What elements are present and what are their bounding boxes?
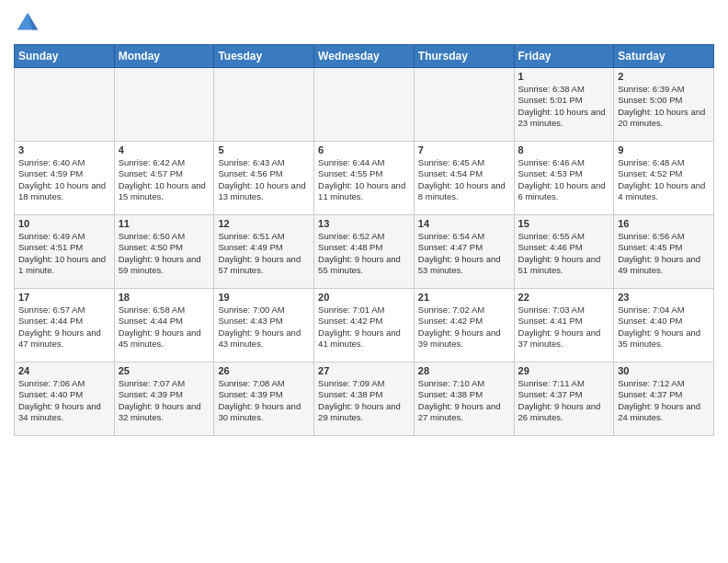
day-cell [314,68,415,142]
day-cell: 13Sunrise: 6:52 AMSunset: 4:48 PMDayligh… [314,215,415,289]
day-number: 25 [119,365,210,376]
day-info: Sunset: 4:48 PM [318,242,410,253]
week-row-3: 10Sunrise: 6:49 AMSunset: 4:51 PMDayligh… [15,215,714,289]
day-cell: 18Sunrise: 6:58 AMSunset: 4:44 PMDayligh… [114,289,214,362]
day-number: 4 [119,144,210,155]
day-info: Sunset: 4:55 PM [318,168,410,179]
day-info: Daylight: 10 hours and 11 minutes. [318,180,410,203]
day-info: Daylight: 9 hours and 26 minutes. [518,401,610,424]
day-cell: 24Sunrise: 7:06 AMSunset: 4:40 PMDayligh… [15,362,115,436]
day-cell: 19Sunrise: 7:00 AMSunset: 4:43 PMDayligh… [214,289,314,362]
day-info: Daylight: 10 hours and 20 minutes. [618,107,710,130]
day-info: Daylight: 9 hours and 32 minutes. [119,401,210,424]
day-info: Sunrise: 6:48 AM [618,157,710,168]
day-info: Sunrise: 6:38 AM [518,84,610,95]
day-info: Daylight: 10 hours and 8 minutes. [418,180,510,203]
day-info: Daylight: 9 hours and 37 minutes. [518,327,610,350]
day-info: Sunset: 4:43 PM [218,316,310,327]
day-info: Daylight: 9 hours and 24 minutes. [618,401,710,424]
day-info: Daylight: 9 hours and 53 minutes. [418,254,510,277]
day-info: Daylight: 9 hours and 45 minutes. [119,327,210,350]
day-info: Sunrise: 6:49 AM [18,231,110,242]
day-info: Daylight: 9 hours and 30 minutes. [218,401,310,424]
day-cell: 23Sunrise: 7:04 AMSunset: 4:40 PMDayligh… [614,289,714,362]
day-info: Sunset: 4:41 PM [518,316,610,327]
day-number: 21 [418,292,510,303]
header-cell-thursday: Thursday [414,45,514,68]
header-cell-friday: Friday [514,45,614,68]
day-number: 1 [518,71,610,82]
day-cell: 1Sunrise: 6:38 AMSunset: 5:01 PMDaylight… [514,68,614,142]
day-cell: 17Sunrise: 6:57 AMSunset: 4:44 PMDayligh… [15,289,115,362]
day-info: Daylight: 9 hours and 57 minutes. [218,254,310,277]
day-number: 28 [418,365,510,376]
day-number: 6 [318,144,410,155]
day-number: 19 [218,292,310,303]
day-info: Sunrise: 6:56 AM [618,231,710,242]
day-cell: 6Sunrise: 6:44 AMSunset: 4:55 PMDaylight… [314,142,415,215]
day-info: Daylight: 9 hours and 59 minutes. [119,254,210,277]
day-info: Daylight: 9 hours and 47 minutes. [18,327,110,350]
day-info: Sunrise: 6:46 AM [518,157,610,168]
day-number: 2 [618,71,710,82]
day-info: Daylight: 10 hours and 18 minutes. [18,180,110,203]
day-number: 30 [618,365,710,376]
header-cell-wednesday: Wednesday [314,45,415,68]
day-number: 22 [518,292,610,303]
week-row-5: 24Sunrise: 7:06 AMSunset: 4:40 PMDayligh… [15,362,714,436]
day-cell: 27Sunrise: 7:09 AMSunset: 4:38 PMDayligh… [314,362,415,436]
day-info: Sunset: 4:59 PM [18,168,110,179]
header-cell-tuesday: Tuesday [214,45,314,68]
day-cell: 7Sunrise: 6:45 AMSunset: 4:54 PMDaylight… [414,142,514,215]
day-info: Sunset: 4:46 PM [518,242,610,253]
calendar-table: SundayMondayTuesdayWednesdayThursdayFrid… [14,44,714,436]
week-row-2: 3Sunrise: 6:40 AMSunset: 4:59 PMDaylight… [15,142,714,215]
day-info: Sunrise: 6:52 AM [318,231,410,242]
day-cell: 20Sunrise: 7:01 AMSunset: 4:42 PMDayligh… [314,289,415,362]
day-info: Sunset: 4:38 PM [418,389,510,400]
day-cell [114,68,214,142]
day-cell: 9Sunrise: 6:48 AMSunset: 4:52 PMDaylight… [614,142,714,215]
day-info: Daylight: 10 hours and 1 minute. [18,254,110,277]
day-info: Sunrise: 6:50 AM [119,231,210,242]
day-number: 24 [18,365,110,376]
day-info: Sunrise: 7:00 AM [218,304,310,316]
day-info: Sunrise: 7:03 AM [518,304,610,316]
day-info: Sunset: 4:56 PM [218,168,310,179]
day-info: Daylight: 9 hours and 29 minutes. [318,401,410,424]
week-row-1: 1Sunrise: 6:38 AMSunset: 5:01 PMDaylight… [15,68,714,142]
day-info: Sunrise: 6:45 AM [418,157,510,168]
day-info: Sunset: 4:37 PM [618,389,710,400]
day-info: Sunrise: 7:04 AM [618,304,710,316]
day-number: 27 [318,365,410,376]
header [14,9,714,37]
day-number: 18 [119,292,210,303]
day-number: 8 [518,144,610,155]
day-cell: 25Sunrise: 7:07 AMSunset: 4:39 PMDayligh… [114,362,214,436]
day-info: Sunrise: 6:57 AM [18,304,110,316]
day-number: 13 [318,218,410,229]
day-cell: 5Sunrise: 6:43 AMSunset: 4:56 PMDaylight… [214,142,314,215]
day-cell: 29Sunrise: 7:11 AMSunset: 4:37 PMDayligh… [514,362,614,436]
day-info: Sunrise: 6:44 AM [318,157,410,168]
day-info: Sunset: 4:54 PM [418,168,510,179]
day-info: Sunset: 5:00 PM [618,95,710,106]
day-info: Daylight: 9 hours and 27 minutes. [418,401,510,424]
day-info: Sunrise: 6:43 AM [218,157,310,168]
day-info: Sunset: 4:52 PM [618,168,710,179]
day-info: Sunset: 4:42 PM [418,316,510,327]
day-info: Sunrise: 6:40 AM [18,157,110,168]
day-number: 15 [518,218,610,229]
day-cell: 3Sunrise: 6:40 AMSunset: 4:59 PMDaylight… [15,142,115,215]
day-info: Sunrise: 7:09 AM [318,378,410,389]
day-info: Sunrise: 7:11 AM [518,378,610,389]
day-number: 3 [18,144,110,155]
day-cell: 8Sunrise: 6:46 AMSunset: 4:53 PMDaylight… [514,142,614,215]
day-info: Sunrise: 7:01 AM [318,304,410,316]
day-info: Sunset: 4:40 PM [18,389,110,400]
day-info: Sunrise: 7:10 AM [418,378,510,389]
day-cell [414,68,514,142]
day-info: Sunrise: 6:39 AM [618,84,710,95]
day-info: Sunrise: 6:51 AM [218,231,310,242]
day-number: 11 [119,218,210,229]
